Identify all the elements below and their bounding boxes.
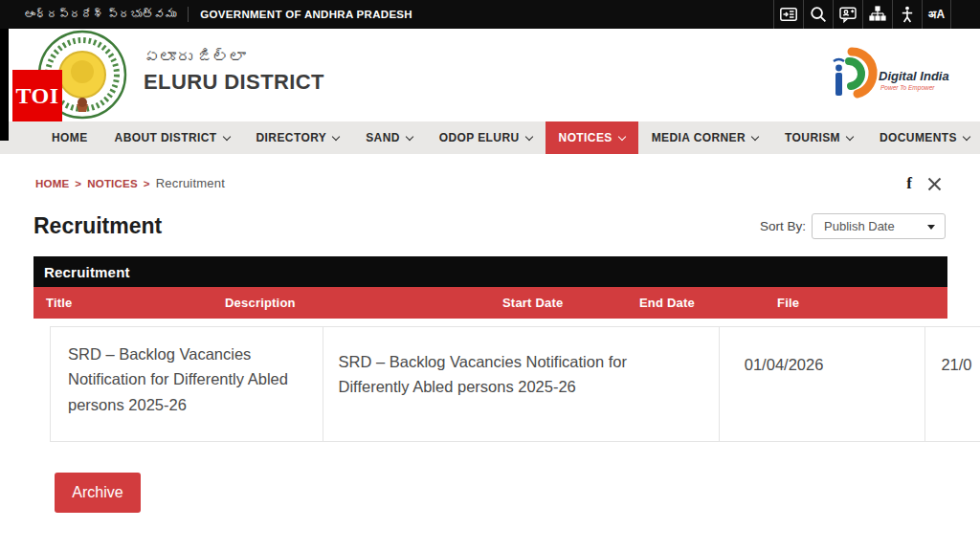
sort-by-value: Publish Date <box>824 219 895 233</box>
row-description-cell: SRD – Backlog Vacancies Notification for… <box>323 327 720 441</box>
chevron-down-icon <box>846 132 854 140</box>
watermark-strip <box>0 29 9 141</box>
svg-text:Digital India: Digital India <box>879 69 949 83</box>
chevron-down-icon <box>963 132 970 140</box>
sort-by-dropdown[interactable]: Publish Date <box>812 213 946 239</box>
feedback-icon[interactable] <box>833 0 862 29</box>
main-navigation: HOME ABOUT DISTRICT DIRECTORY SAND ODOP … <box>0 121 980 154</box>
nav-item-home[interactable]: HOME <box>38 121 101 154</box>
breadcrumb: HOME > NOTICES > Recruitment <box>35 176 225 190</box>
topbar-divider <box>188 7 189 22</box>
chevron-down-icon <box>751 132 759 140</box>
chevron-down-icon <box>617 132 625 140</box>
facebook-icon[interactable]: f <box>906 174 912 193</box>
government-topbar: ఆంధ్రప్రదేశ్ ప్రభుత్వము GOVERNMENT OF AN… <box>0 0 980 29</box>
nav-item-odop-eluru[interactable]: ODOP ELURU <box>426 121 546 154</box>
district-name-english: ELURU DISTRICT <box>144 70 324 95</box>
page-title: Recruitment <box>33 213 162 239</box>
chevron-down-icon <box>222 132 230 140</box>
column-header-description: Description <box>225 296 296 310</box>
accessibility-icon[interactable] <box>892 0 922 29</box>
column-header-start-date: Start Date <box>502 296 563 310</box>
breadcrumb-home[interactable]: HOME <box>35 178 69 189</box>
column-header-end-date: End Date <box>639 296 695 310</box>
archive-button[interactable]: Archive <box>55 473 141 513</box>
topbar-icon-group: अA <box>773 0 980 29</box>
chevron-down-icon <box>406 132 413 140</box>
search-icon[interactable] <box>803 0 833 29</box>
x-twitter-icon[interactable] <box>927 177 942 191</box>
toi-watermark-logo: TOI <box>12 70 62 121</box>
dropdown-caret-icon <box>927 225 935 230</box>
column-header-file: File <box>777 296 799 310</box>
site-header: TOI ఏలూరు జిల్లా ELURU DISTRICT Digital … <box>0 29 980 121</box>
nav-item-about-district[interactable]: ABOUT DISTRICT <box>101 121 243 154</box>
social-share: f <box>906 174 942 193</box>
government-name-english: GOVERNMENT OF ANDHRA PRADESH <box>200 9 412 20</box>
skip-to-content-icon[interactable] <box>773 0 803 29</box>
breadcrumb-separator: > <box>75 178 81 189</box>
row-start-date-cell: 01/04/2026 <box>720 327 926 441</box>
breadcrumb-separator: > <box>144 178 150 189</box>
nav-item-sand[interactable]: SAND <box>352 121 426 154</box>
digital-india-logo: Digital India Power To Empower <box>823 46 967 109</box>
column-header-title: Title <box>46 296 73 310</box>
breadcrumb-notices[interactable]: NOTICES <box>87 178 138 189</box>
language-toggle-icon[interactable]: अA <box>922 0 951 29</box>
table-caption: Recruitment <box>33 256 947 287</box>
government-names: ఆంధ్రప్రదేశ్ ప్రభుత్వము GOVERNMENT OF AN… <box>0 0 412 29</box>
table-header-row: Title Description Start Date End Date Fi… <box>33 287 947 319</box>
sort-by-label: Sort By: <box>760 219 806 233</box>
table-row: SRD – Backlog Vacancies Notification for… <box>50 326 980 442</box>
breadcrumb-current: Recruitment <box>156 176 225 190</box>
row-end-date-cell: 21/0 <box>925 327 980 441</box>
sitemap-icon[interactable] <box>862 0 892 29</box>
government-name-telugu: ఆంధ్రప్రదేశ్ ప్రభుత్వము <box>24 8 176 21</box>
district-title-block: ఏలూరు జిల్లా ELURU DISTRICT <box>144 48 324 95</box>
nav-item-media-corner[interactable]: MEDIA CORNER <box>638 121 771 154</box>
chevron-down-icon <box>524 132 532 140</box>
nav-item-tourism[interactable]: TOURISM <box>771 121 866 154</box>
chevron-down-icon <box>332 132 340 140</box>
svg-text:Power To Empower: Power To Empower <box>880 84 935 92</box>
nav-item-documents[interactable]: DOCUMENTS <box>866 121 980 154</box>
district-name-telugu: ఏలూరు జిల్లా <box>144 48 324 67</box>
nav-item-notices[interactable]: NOTICES <box>546 121 638 154</box>
page: ఆంధ్రప్రదేశ్ ప్రభుత్వము GOVERNMENT OF AN… <box>0 0 980 551</box>
row-title-cell: SRD – Backlog Vacancies Notification for… <box>51 327 323 441</box>
nav-item-directory[interactable]: DIRECTORY <box>243 121 353 154</box>
